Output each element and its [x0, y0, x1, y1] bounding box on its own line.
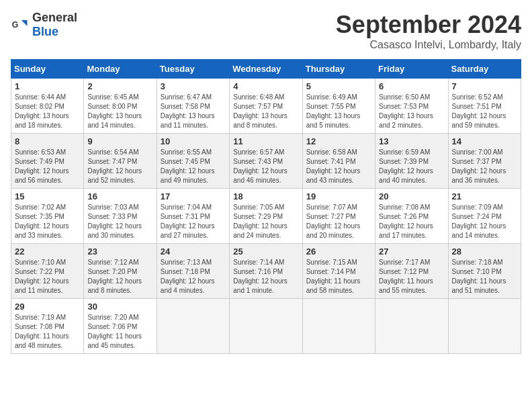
calendar-day: 14Sunrise: 7:00 AMSunset: 7:37 PMDayligh… — [448, 134, 521, 189]
day-info: Sunrise: 7:17 AMSunset: 7:12 PMDaylight:… — [379, 258, 444, 295]
day-info: Sunrise: 6:55 AMSunset: 7:45 PMDaylight:… — [161, 148, 226, 185]
day-number: 5 — [306, 81, 371, 91]
day-info: Sunrise: 7:13 AMSunset: 7:18 PMDaylight:… — [161, 258, 226, 295]
day-info: Sunrise: 6:49 AMSunset: 7:55 PMDaylight:… — [306, 93, 371, 130]
calendar-day: 30Sunrise: 7:20 AMSunset: 7:06 PMDayligh… — [84, 299, 157, 354]
calendar-day: 9Sunrise: 6:54 AMSunset: 7:47 PMDaylight… — [84, 134, 157, 189]
logo-text: General Blue — [32, 11, 77, 39]
header: G General Blue September 2024 Casasco In… — [11, 11, 521, 51]
day-number: 19 — [306, 191, 371, 201]
calendar-day: 19Sunrise: 7:07 AMSunset: 7:27 PMDayligh… — [302, 189, 375, 244]
weekday-header-tuesday: Tuesday — [157, 60, 229, 79]
weekday-header-friday: Friday — [375, 60, 448, 79]
day-number: 4 — [233, 81, 298, 91]
day-number: 2 — [87, 81, 152, 91]
calendar-day: 29Sunrise: 7:19 AMSunset: 7:08 PMDayligh… — [11, 299, 84, 354]
logo-icon: G — [11, 15, 30, 34]
calendar-day: 18Sunrise: 7:05 AMSunset: 7:29 PMDayligh… — [230, 189, 302, 244]
day-info: Sunrise: 6:58 AMSunset: 7:41 PMDaylight:… — [306, 148, 371, 185]
day-number: 16 — [87, 191, 152, 201]
calendar-day: 7Sunrise: 6:52 AMSunset: 7:51 PMDaylight… — [448, 79, 521, 134]
calendar-day — [375, 299, 448, 354]
day-info: Sunrise: 6:45 AMSunset: 8:00 PMDaylight:… — [87, 93, 152, 130]
calendar-week-row: 22Sunrise: 7:10 AMSunset: 7:22 PMDayligh… — [11, 244, 521, 299]
day-number: 1 — [15, 81, 80, 91]
svg-marker-1 — [21, 20, 28, 26]
weekday-header-sunday: Sunday — [11, 60, 84, 79]
day-number: 25 — [233, 246, 298, 257]
calendar-week-row: 29Sunrise: 7:19 AMSunset: 7:08 PMDayligh… — [11, 299, 521, 354]
calendar-day: 1Sunrise: 6:44 AMSunset: 8:02 PMDaylight… — [11, 79, 84, 134]
day-info: Sunrise: 7:14 AMSunset: 7:16 PMDaylight:… — [233, 258, 298, 295]
calendar-day: 26Sunrise: 7:15 AMSunset: 7:14 PMDayligh… — [302, 244, 375, 299]
day-info: Sunrise: 6:48 AMSunset: 7:57 PMDaylight:… — [233, 93, 298, 130]
logo-general: General — [32, 11, 77, 24]
day-number: 9 — [87, 136, 152, 146]
day-number: 20 — [379, 191, 444, 201]
calendar-day: 11Sunrise: 6:57 AMSunset: 7:43 PMDayligh… — [230, 134, 302, 189]
day-number: 21 — [452, 191, 517, 201]
day-info: Sunrise: 7:05 AMSunset: 7:29 PMDaylight:… — [233, 203, 298, 240]
calendar-day: 12Sunrise: 6:58 AMSunset: 7:41 PMDayligh… — [302, 134, 375, 189]
calendar-day: 3Sunrise: 6:47 AMSunset: 7:58 PMDaylight… — [157, 79, 229, 134]
weekday-header-monday: Monday — [84, 60, 157, 79]
weekday-header-saturday: Saturday — [448, 60, 521, 79]
month-title: September 2024 — [336, 11, 521, 39]
day-number: 8 — [15, 136, 80, 146]
day-number: 18 — [233, 191, 298, 201]
calendar-day: 13Sunrise: 6:59 AMSunset: 7:39 PMDayligh… — [375, 134, 448, 189]
calendar-day: 23Sunrise: 7:12 AMSunset: 7:20 PMDayligh… — [84, 244, 157, 299]
calendar-day: 16Sunrise: 7:03 AMSunset: 7:33 PMDayligh… — [84, 189, 157, 244]
calendar: SundayMondayTuesdayWednesdayThursdayFrid… — [11, 59, 521, 354]
calendar-day: 10Sunrise: 6:55 AMSunset: 7:45 PMDayligh… — [157, 134, 229, 189]
calendar-day — [302, 299, 375, 354]
calendar-day: 2Sunrise: 6:45 AMSunset: 8:00 PMDaylight… — [84, 79, 157, 134]
calendar-day: 22Sunrise: 7:10 AMSunset: 7:22 PMDayligh… — [11, 244, 84, 299]
calendar-day: 8Sunrise: 6:53 AMSunset: 7:49 PMDaylight… — [11, 134, 84, 189]
calendar-week-row: 15Sunrise: 7:02 AMSunset: 7:35 PMDayligh… — [11, 189, 521, 244]
day-number: 23 — [87, 246, 152, 257]
day-info: Sunrise: 7:10 AMSunset: 7:22 PMDaylight:… — [15, 258, 80, 295]
day-info: Sunrise: 6:47 AMSunset: 7:58 PMDaylight:… — [161, 93, 226, 130]
calendar-day — [230, 299, 302, 354]
weekday-header-thursday: Thursday — [302, 60, 375, 79]
location-title: Casasco Intelvi, Lombardy, Italy — [336, 39, 521, 51]
calendar-day: 5Sunrise: 6:49 AMSunset: 7:55 PMDaylight… — [302, 79, 375, 134]
day-number: 24 — [161, 246, 226, 257]
calendar-day: 27Sunrise: 7:17 AMSunset: 7:12 PMDayligh… — [375, 244, 448, 299]
day-number: 10 — [161, 136, 226, 146]
calendar-day: 4Sunrise: 6:48 AMSunset: 7:57 PMDaylight… — [230, 79, 302, 134]
calendar-day: 25Sunrise: 7:14 AMSunset: 7:16 PMDayligh… — [230, 244, 302, 299]
calendar-day: 28Sunrise: 7:18 AMSunset: 7:10 PMDayligh… — [448, 244, 521, 299]
calendar-day — [157, 299, 229, 354]
day-info: Sunrise: 6:59 AMSunset: 7:39 PMDaylight:… — [379, 148, 444, 185]
weekday-header-wednesday: Wednesday — [230, 60, 302, 79]
logo-blue: Blue — [32, 25, 58, 38]
day-number: 30 — [87, 302, 152, 312]
day-info: Sunrise: 7:20 AMSunset: 7:06 PMDaylight:… — [87, 313, 152, 351]
day-number: 7 — [452, 81, 517, 91]
day-info: Sunrise: 7:07 AMSunset: 7:27 PMDaylight:… — [306, 203, 371, 240]
day-info: Sunrise: 7:03 AMSunset: 7:33 PMDaylight:… — [87, 203, 152, 240]
day-number: 29 — [15, 302, 80, 312]
day-info: Sunrise: 6:53 AMSunset: 7:49 PMDaylight:… — [15, 148, 80, 185]
calendar-day — [448, 299, 521, 354]
day-number: 27 — [379, 246, 444, 257]
calendar-day: 17Sunrise: 7:04 AMSunset: 7:31 PMDayligh… — [157, 189, 229, 244]
day-number: 6 — [379, 81, 444, 91]
calendar-day: 20Sunrise: 7:08 AMSunset: 7:26 PMDayligh… — [375, 189, 448, 244]
day-info: Sunrise: 7:12 AMSunset: 7:20 PMDaylight:… — [87, 258, 152, 295]
title-area: September 2024 Casasco Intelvi, Lombardy… — [336, 11, 521, 51]
day-info: Sunrise: 7:08 AMSunset: 7:26 PMDaylight:… — [379, 203, 444, 240]
day-info: Sunrise: 6:57 AMSunset: 7:43 PMDaylight:… — [233, 148, 298, 185]
day-info: Sunrise: 7:15 AMSunset: 7:14 PMDaylight:… — [306, 258, 371, 295]
day-info: Sunrise: 7:19 AMSunset: 7:08 PMDaylight:… — [15, 313, 80, 351]
day-number: 12 — [306, 136, 371, 146]
calendar-day: 6Sunrise: 6:50 AMSunset: 7:53 PMDaylight… — [375, 79, 448, 134]
calendar-day: 24Sunrise: 7:13 AMSunset: 7:18 PMDayligh… — [157, 244, 229, 299]
day-number: 17 — [161, 191, 226, 201]
day-info: Sunrise: 6:50 AMSunset: 7:53 PMDaylight:… — [379, 93, 444, 130]
calendar-week-row: 8Sunrise: 6:53 AMSunset: 7:49 PMDaylight… — [11, 134, 521, 189]
day-info: Sunrise: 7:18 AMSunset: 7:10 PMDaylight:… — [452, 258, 517, 295]
svg-text:G: G — [12, 20, 19, 30]
